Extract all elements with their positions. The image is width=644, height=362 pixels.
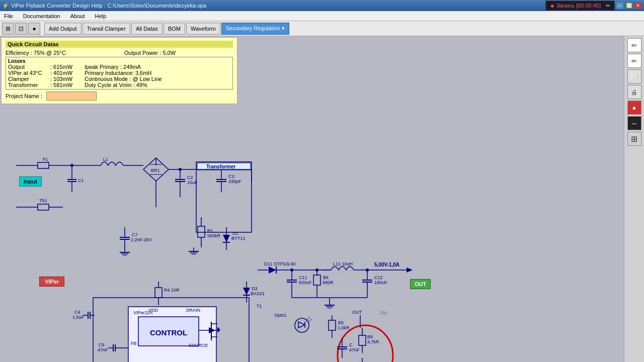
info-panel-title: Quick Circuit Datas — [6, 41, 233, 48]
maximize-button[interactable]: ⬜ — [625, 2, 633, 9]
svg-text:FB: FB — [131, 341, 137, 346]
svg-text:SOURCE: SOURCE — [189, 343, 208, 348]
project-name-input[interactable] — [46, 92, 97, 101]
transformer-loss-label: Transformer — [8, 82, 48, 88]
svg-text:560kR: 560kR — [207, 233, 221, 238]
svg-text:D3: D3 — [252, 286, 258, 291]
svg-text:D11 STPS3L60: D11 STPS3L60 — [264, 261, 296, 266]
waveform-button[interactable]: Waveform — [186, 23, 220, 35]
menu-about[interactable]: About — [68, 12, 87, 20]
svg-text:C5: C5 — [99, 342, 105, 347]
tool-red[interactable]: ● — [627, 101, 641, 115]
svg-text:C4: C4 — [74, 310, 80, 315]
tool-icon-1[interactable]: ⊞ — [2, 23, 14, 35]
viper-button[interactable]: VIPer — [39, 277, 64, 287]
app-icon: ⚡ — [2, 3, 9, 9]
tool-pen-1[interactable]: ✏ — [627, 38, 641, 52]
svg-text:B5: B5 — [338, 320, 344, 325]
svg-text:BR1: BR1 — [151, 168, 160, 173]
svg-text:B8: B8 — [367, 334, 373, 339]
ipeak-label: Ipeak Primary : 249mA — [85, 64, 141, 70]
losses-box: Losses Output : 615mW Ipeak Primary : 24… — [6, 57, 233, 89]
svg-text:Opto1: Opto1 — [274, 313, 287, 318]
svg-text:D1: D1 — [232, 231, 238, 236]
svg-text:Transformer: Transformer — [206, 164, 235, 169]
recording-badge: ● Запись [00:00:45] ✏ — [545, 1, 615, 11]
svg-text:T1: T1 — [257, 304, 262, 309]
svg-text:C12: C12 — [374, 275, 383, 280]
project-name-label: Project Name : — [6, 93, 42, 99]
svg-text:B6: B6 — [323, 275, 329, 280]
svg-text:CONTROL: CONTROL — [150, 328, 187, 337]
circuit-area: Quick Circuit Datas Efficiency : 75% @ 2… — [0, 36, 624, 362]
input-button[interactable]: Input — [19, 176, 42, 187]
svg-text:BAS21: BAS21 — [251, 291, 265, 296]
efficiency-label: Efficiency : 75% @ 25°C — [6, 50, 114, 56]
svg-text:C3: C3 — [228, 174, 234, 179]
svg-text:820uF: 820uF — [299, 280, 312, 285]
svg-text:330pF: 330pF — [228, 179, 242, 184]
duty-cycle-label: Duty Cycle at Vmin : 49% — [85, 82, 147, 88]
main-area: Quick Circuit Datas Efficiency : 75% @ 2… — [0, 36, 644, 362]
svg-text:F1: F1 — [43, 157, 48, 162]
titlebar: ⚡ ViPer Flyback Converter Design Help : … — [0, 0, 644, 11]
tool-print[interactable]: 🖨 — [627, 85, 641, 99]
add-output-button[interactable]: Add Output — [44, 23, 82, 35]
project-name-row: Project Name : — [6, 92, 233, 101]
primary-ind-label: Primary Inductance: 3,6mH — [85, 70, 151, 76]
svg-point-182 — [290, 268, 293, 272]
out-button[interactable]: OUT — [410, 279, 431, 289]
svg-text:R1: R1 — [207, 228, 213, 233]
tool-icon-2[interactable]: ⊡ — [15, 23, 27, 35]
output-loss-label: Output — [8, 64, 48, 70]
svg-text:C11: C11 — [299, 275, 307, 280]
menu-documentation[interactable]: Documentation — [21, 12, 62, 20]
toolbar: ⊞ ⊡ ● Add Output Transil Clamper All Dat… — [0, 21, 644, 36]
transformer-loss-val: : 581mW — [50, 82, 72, 88]
svg-text:C1: C1 — [78, 178, 84, 183]
svg-text:2,2nF-2kV: 2,2nF-2kV — [131, 237, 152, 242]
svg-text:BYT11: BYT11 — [231, 236, 246, 241]
svg-text:VDD: VDD — [148, 308, 158, 313]
secondary-regulation-button[interactable]: Secondary Regulation ▾ — [221, 23, 289, 35]
svg-text:L1: L1 — [103, 157, 108, 162]
svg-text:47nF: 47nF — [98, 347, 108, 352]
all-datas-button[interactable]: All Datas — [131, 23, 163, 35]
titlebar-right: ● Запись [00:00:45] ✏ ─ ⬜ ✕ — [545, 1, 642, 11]
svg-point-181 — [179, 168, 182, 171]
losses-title: Losses — [8, 58, 230, 64]
svg-text:DRAIN: DRAIN — [186, 308, 200, 313]
viper-loss-val: : 401mW — [50, 70, 72, 76]
tool-plus[interactable]: ⊞ — [627, 132, 641, 146]
menu-file[interactable]: File — [2, 12, 15, 20]
tool-black[interactable]: ─ — [627, 116, 641, 130]
svg-text:OUT: OUT — [352, 310, 362, 315]
right-sidebar: ✏ ✏ ⬜ 🖨 ● ─ ⊞ — [624, 36, 644, 362]
svg-text:5,00V-1,0A: 5,00V-1,0A — [374, 262, 399, 267]
tool-icon-3[interactable]: ● — [28, 23, 40, 35]
svg-text:47nF: 47nF — [349, 347, 360, 352]
close-button[interactable]: ✕ — [634, 2, 642, 9]
svg-text:Th1: Th1 — [39, 198, 47, 203]
minimize-button[interactable]: ─ — [616, 2, 624, 9]
svg-text:C2: C2 — [187, 175, 193, 180]
svg-text:C: C — [349, 342, 353, 347]
svg-text:1,0kR: 1,0kR — [338, 325, 350, 330]
menubar: File Documentation About Help — [0, 11, 644, 21]
pencil-icon-title: ✏ — [606, 3, 610, 9]
svg-text:C7: C7 — [132, 232, 138, 237]
recording-label: Запись [00:00:45] — [556, 3, 601, 9]
window-title: ViPer Flyback Converter Design Help : C:… — [11, 3, 206, 9]
bom-button[interactable]: BOM — [164, 23, 185, 35]
svg-text:1,5uF: 1,5uF — [72, 315, 85, 320]
svg-point-183 — [315, 268, 318, 272]
clamp-loss-label: Clamper — [8, 76, 48, 82]
viper-loss-label: VIPer at 43°C — [8, 70, 48, 76]
recording-dot: ● — [550, 2, 554, 10]
output-power-label: Output Power : 5,0W — [124, 50, 233, 56]
svg-point-184 — [366, 268, 369, 272]
menu-help[interactable]: Help — [93, 12, 108, 20]
transil-clamper-button[interactable]: Transil Clamper — [83, 23, 130, 35]
tool-rect[interactable]: ⬜ — [627, 69, 641, 83]
tool-pen-2[interactable]: ✏ — [627, 54, 641, 68]
